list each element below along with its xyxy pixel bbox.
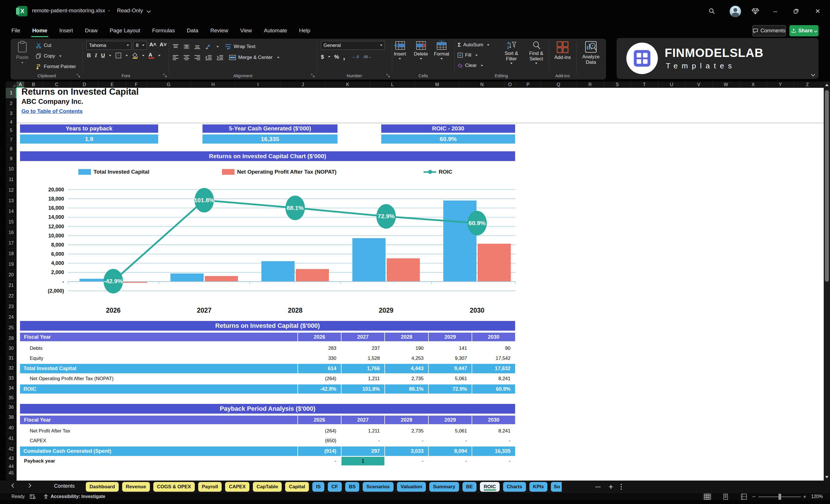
align-center-icon[interactable] bbox=[183, 55, 190, 60]
row-header-7[interactable]: 7 bbox=[6, 135, 17, 145]
row-header-41[interactable]: 41 bbox=[6, 433, 17, 444]
accounting-format-button[interactable]: $ bbox=[321, 54, 324, 60]
comma-style-button[interactable]: , bbox=[343, 52, 345, 61]
menu-tab-help[interactable]: Help bbox=[298, 25, 311, 36]
copy-button[interactable]: Copy bbox=[36, 52, 76, 61]
row-header-31[interactable]: 31 bbox=[6, 353, 17, 363]
find-select-button[interactable]: Find & Select bbox=[525, 41, 547, 64]
increase-font-size-button[interactable]: A˄ bbox=[149, 41, 156, 48]
menu-tab-home[interactable]: Home bbox=[32, 25, 48, 36]
row-header-23[interactable]: 23 bbox=[6, 302, 17, 312]
bold-button[interactable]: B bbox=[87, 52, 91, 59]
row-header-10[interactable]: 10 bbox=[6, 164, 17, 175]
comments-button[interactable]: Comments bbox=[752, 25, 786, 36]
sheet-tab-capex[interactable]: CAPEX bbox=[225, 482, 249, 492]
sheet-tab-scenarios[interactable]: Scenarios bbox=[363, 482, 393, 492]
sheet-tab-charts[interactable]: Charts bbox=[503, 482, 526, 492]
search-icon[interactable] bbox=[705, 5, 719, 18]
row-header-8[interactable]: 8 bbox=[6, 145, 17, 154]
column-header-V[interactable]: V bbox=[685, 82, 712, 88]
borders-button[interactable] bbox=[115, 52, 122, 59]
close-button[interactable]: × bbox=[811, 5, 824, 18]
accessibility-status[interactable]: Accessibility: Investigate bbox=[43, 494, 105, 499]
merge-center-button[interactable]: Merge & Center bbox=[229, 53, 280, 62]
orientation-icon[interactable] bbox=[205, 44, 212, 50]
clipboard-dialog-launcher[interactable] bbox=[76, 73, 81, 77]
menu-tab-draw[interactable]: Draw bbox=[84, 25, 98, 36]
more-sheets-icon[interactable]: ••• bbox=[596, 485, 601, 489]
row-header-9[interactable]: 9 bbox=[6, 154, 17, 164]
column-header-U[interactable]: U bbox=[658, 82, 685, 88]
column-header-F[interactable]: F bbox=[126, 82, 147, 88]
column-header-Z[interactable]: Z bbox=[794, 82, 821, 88]
menu-tab-insert[interactable]: Insert bbox=[59, 25, 73, 36]
column-headers[interactable]: ABCDEFGHIJKLMNOPQRSTUVWXYZ bbox=[6, 82, 824, 88]
font-size-select[interactable]: 8 bbox=[133, 41, 147, 50]
row-header-25[interactable]: 25 bbox=[6, 323, 17, 333]
insert-cells-button[interactable]: Insert bbox=[394, 41, 406, 60]
row-header-40[interactable]: 40 bbox=[6, 423, 17, 433]
column-header-M[interactable]: M bbox=[415, 82, 459, 88]
fill-button[interactable]: Fill bbox=[458, 51, 489, 60]
fill-color-button[interactable] bbox=[132, 52, 138, 59]
column-header-A[interactable]: A bbox=[17, 82, 24, 88]
sheet-tab-cf[interactable]: CF bbox=[328, 482, 342, 492]
column-header-K[interactable]: K bbox=[325, 82, 370, 88]
row-header-38[interactable]: 38 bbox=[6, 412, 17, 423]
number-format-select[interactable]: General bbox=[321, 41, 385, 50]
column-header-R[interactable]: R bbox=[577, 82, 604, 88]
format-cells-button[interactable]: Format bbox=[434, 41, 449, 60]
sheet-tab-dashboard[interactable]: Dashboard bbox=[86, 482, 119, 492]
orientation-dropdown[interactable] bbox=[217, 46, 219, 48]
row-header-19[interactable]: 19 bbox=[6, 259, 17, 270]
font-color-dropdown[interactable] bbox=[158, 55, 160, 56]
page-layout-view-button[interactable] bbox=[721, 494, 730, 500]
format-painter-button[interactable]: Format Painter bbox=[36, 62, 76, 71]
wrap-text-button[interactable]: Wrap Text bbox=[225, 42, 255, 51]
menu-tab-automate[interactable]: Automate bbox=[263, 25, 287, 36]
align-left-icon[interactable] bbox=[172, 55, 179, 60]
menu-tab-file[interactable]: File bbox=[11, 25, 21, 36]
row-header-22[interactable]: 22 bbox=[6, 291, 17, 302]
paste-button[interactable]: Paste bbox=[13, 41, 32, 73]
row-header-13[interactable]: 13 bbox=[6, 196, 17, 206]
row-header-16[interactable]: 16 bbox=[6, 227, 17, 238]
share-button[interactable]: Share bbox=[789, 25, 819, 36]
vertical-scroll-thumb[interactable] bbox=[825, 90, 829, 282]
menu-tab-page-layout[interactable]: Page Layout bbox=[109, 25, 141, 36]
premium-gem-icon[interactable] bbox=[749, 5, 762, 18]
sheet-tab-captable[interactable]: CapTable bbox=[253, 482, 282, 492]
column-header-H[interactable]: H bbox=[191, 82, 236, 88]
column-header-N[interactable]: N bbox=[459, 82, 505, 88]
worksheet[interactable]: Returns on Invested Capital ABC Company … bbox=[17, 88, 824, 480]
page-break-view-button[interactable] bbox=[740, 494, 748, 500]
minimize-button[interactable]: – bbox=[769, 5, 782, 18]
column-header-P[interactable]: P bbox=[516, 82, 541, 88]
column-header-B[interactable]: B bbox=[24, 82, 43, 88]
underline-dropdown[interactable] bbox=[109, 55, 111, 56]
row-header-4[interactable]: 4 bbox=[6, 119, 17, 126]
column-header-L[interactable]: L bbox=[370, 82, 415, 88]
menu-tab-view[interactable]: View bbox=[240, 25, 253, 36]
increase-decimal-button[interactable]: ←.0 bbox=[352, 55, 359, 59]
sheet-tab-valuation[interactable]: Valuation bbox=[397, 482, 426, 492]
font-name-select[interactable]: Tahoma bbox=[86, 41, 132, 50]
column-header-G[interactable]: G bbox=[147, 82, 191, 88]
sheet-tab-contents[interactable]: Contents bbox=[54, 483, 75, 489]
column-header-O[interactable]: O bbox=[505, 82, 516, 88]
analyze-data-button[interactable]: Analyze Data bbox=[579, 41, 602, 65]
sheet-tab-roic[interactable]: ROIC bbox=[480, 482, 500, 492]
row-header-15[interactable]: 15 bbox=[6, 217, 17, 227]
macro-record-icon[interactable] bbox=[30, 494, 35, 499]
column-header-D[interactable]: D bbox=[71, 82, 98, 88]
normal-view-button[interactable] bbox=[703, 494, 711, 500]
scroll-up-icon[interactable] bbox=[825, 84, 829, 86]
align-middle-icon[interactable] bbox=[183, 44, 190, 49]
increase-indent-icon[interactable] bbox=[217, 55, 223, 60]
addins-button[interactable]: Add-ins bbox=[553, 41, 572, 60]
row-header-18[interactable]: 18 bbox=[6, 249, 17, 259]
row-header-24[interactable]: 24 bbox=[6, 312, 17, 323]
column-header-Q[interactable]: Q bbox=[541, 82, 577, 88]
number-dialog-launcher[interactable] bbox=[386, 73, 390, 77]
sort-filter-button[interactable]: AZ Sort & Filter bbox=[500, 41, 523, 64]
